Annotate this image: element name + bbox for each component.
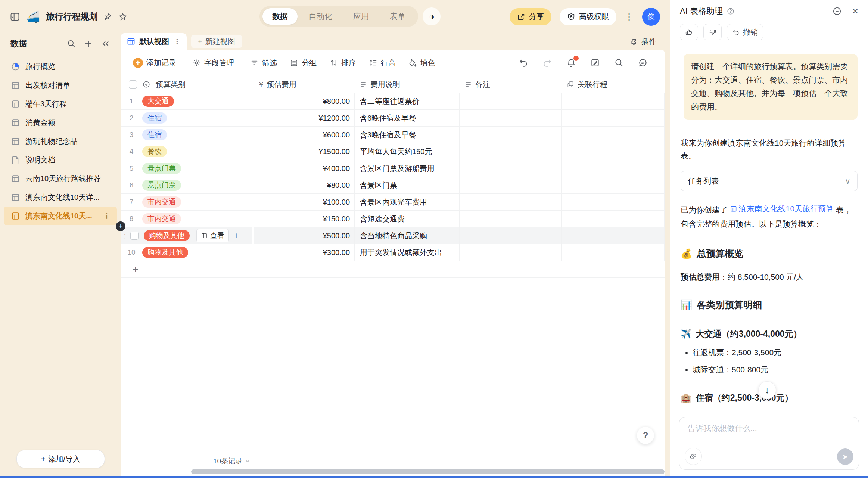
amount-cell[interactable]: ¥150.00 xyxy=(254,211,355,227)
amount-cell[interactable]: ¥80.00 xyxy=(254,177,355,193)
link-cell[interactable] xyxy=(562,194,665,210)
tab-forms[interactable]: 表单 xyxy=(380,8,415,25)
table-row-hovered[interactable]: ⋮⋮ 购物及其他 查看 + ¥500.00 含当地特色商 xyxy=(121,227,665,244)
help-button[interactable]: ? xyxy=(637,427,654,444)
amount-cell[interactable]: ¥500.00 xyxy=(254,227,355,244)
view-tab-default[interactable]: 默认视图 ⋮ xyxy=(121,33,187,50)
column-header-desc[interactable]: 费用说明 xyxy=(355,76,460,93)
new-chat-icon[interactable] xyxy=(832,6,842,16)
desc-cell[interactable]: 含当地特色商品采购 xyxy=(355,227,460,244)
thumbs-up-button[interactable] xyxy=(680,24,698,40)
link-cell[interactable] xyxy=(562,227,665,244)
desc-cell[interactable]: 含3晚住宿及早餐 xyxy=(355,127,460,143)
table-row[interactable]: 2住宿 ¥1200.00 含6晚住宿及早餐 xyxy=(121,110,665,127)
send-button[interactable]: ➤ xyxy=(837,448,853,465)
table-row[interactable]: 8市内交通 ¥150.00 含短途交通费 xyxy=(121,211,665,227)
category-tag[interactable]: 市内交通 xyxy=(142,196,181,208)
field-manage-button[interactable]: 字段管理 xyxy=(192,58,234,68)
help-circle-icon[interactable] xyxy=(727,7,735,15)
note-cell[interactable] xyxy=(460,211,562,227)
row-checkbox[interactable] xyxy=(130,232,139,240)
plugin-button[interactable]: 插件 xyxy=(630,33,656,50)
amount-cell[interactable]: ¥600.00 xyxy=(254,127,355,143)
note-cell[interactable] xyxy=(460,177,562,193)
attachment-button[interactable] xyxy=(685,448,702,465)
sidebar-item-spend[interactable]: 消费金额 xyxy=(4,113,117,132)
desc-cell[interactable]: 含二等座往返票价 xyxy=(355,93,460,109)
edit-icon[interactable] xyxy=(590,58,600,68)
sidebar-item-culture-budget-active[interactable]: 滇东南文化线10天... ⋮ xyxy=(4,207,117,225)
item-more-icon[interactable]: ⋮ xyxy=(103,211,110,220)
sidebar-item-culture-detail[interactable]: 滇东南文化线10天详... xyxy=(4,188,117,207)
column-header-amount[interactable]: ¥ 预估费用 xyxy=(254,76,355,93)
link-cell[interactable] xyxy=(562,127,665,143)
row-height-button[interactable]: 行高 xyxy=(369,58,396,68)
desc-cell[interactable]: 含景区门票 xyxy=(355,177,460,193)
chat-input-box[interactable]: 告诉我你想做什么... ➤ xyxy=(679,417,859,470)
add-row-button[interactable]: + xyxy=(121,261,665,278)
desc-cell[interactable]: 含景区内观光车费用 xyxy=(355,194,460,210)
category-tag[interactable]: 购物及其他 xyxy=(142,247,188,258)
note-cell[interactable] xyxy=(460,127,562,143)
horizontal-scrollbar[interactable] xyxy=(191,469,665,474)
collapse-sidebar-icon[interactable] xyxy=(101,39,110,48)
table-row[interactable]: 6景点门票 ¥80.00 含景区门票 xyxy=(121,177,665,194)
link-cell[interactable] xyxy=(562,160,665,177)
sort-button[interactable]: 排序 xyxy=(329,58,356,68)
amount-cell[interactable]: ¥1200.00 xyxy=(254,110,355,126)
undo-icon[interactable] xyxy=(519,58,528,68)
table-row[interactable]: 5景点门票 ¥400.00 含景区门票及游船费用 xyxy=(121,160,665,177)
sidebar-item-overview[interactable]: 旅行概览 xyxy=(4,57,117,76)
new-view-button[interactable]: + 新建视图 xyxy=(191,35,242,48)
redo-icon[interactable] xyxy=(542,58,552,68)
sidebar-item-checklist[interactable]: 出发核对清单 xyxy=(4,76,117,94)
sidebar-toggle-icon[interactable] xyxy=(10,12,20,22)
row-add-icon[interactable]: + xyxy=(233,230,239,242)
sidebar-item-yunnan-route[interactable]: 云南10天旅行路线推荐 xyxy=(4,169,117,188)
thumbs-down-button[interactable] xyxy=(703,24,722,40)
desc-cell[interactable]: 含6晚住宿及早餐 xyxy=(355,110,460,126)
filter-button[interactable]: 筛选 xyxy=(250,58,277,68)
close-icon[interactable]: × xyxy=(852,5,858,17)
add-table-icon[interactable] xyxy=(84,39,93,48)
drag-handle-icon[interactable]: ⋮⋮ xyxy=(122,233,128,238)
category-tag[interactable]: 大交通 xyxy=(142,96,174,107)
group-button[interactable]: 分组 xyxy=(290,58,317,68)
share-button[interactable]: 分享 xyxy=(510,8,551,25)
category-tag[interactable]: 市内交通 xyxy=(142,213,181,224)
category-tag[interactable]: 购物及其他 xyxy=(144,230,190,241)
add-record-button[interactable]: + 添加记录 xyxy=(133,58,176,68)
table-row[interactable]: 3住宿 ¥600.00 含3晚住宿及早餐 xyxy=(121,127,665,143)
note-cell[interactable] xyxy=(460,160,562,177)
table-row[interactable]: 7市内交通 ¥100.00 含景区内观光车费用 xyxy=(121,194,665,211)
star-icon[interactable] xyxy=(118,12,127,21)
advanced-permission-button[interactable]: 高级权限 xyxy=(560,8,616,25)
note-cell[interactable] xyxy=(460,194,562,210)
tab-apps[interactable]: 应用 xyxy=(343,8,379,25)
created-table-link[interactable]: 滇东南文化线10天旅行预算 xyxy=(730,202,834,216)
avatar[interactable]: 俊 xyxy=(642,8,660,26)
record-count[interactable]: 10条记录 xyxy=(213,456,242,466)
note-cell[interactable] xyxy=(460,227,562,244)
insert-row-button[interactable]: + xyxy=(116,221,125,231)
search-table-icon[interactable] xyxy=(614,58,624,68)
amount-cell[interactable]: ¥100.00 xyxy=(254,194,355,210)
link-cell[interactable] xyxy=(562,177,665,193)
table-row[interactable]: 10购物及其他 ¥300.00 用于突发情况或额外支出 xyxy=(121,244,665,261)
category-tag[interactable]: 景点门票 xyxy=(142,180,181,191)
notification-bell-icon[interactable] xyxy=(566,58,576,68)
expand-record-button[interactable]: 查看 xyxy=(196,229,229,242)
category-tag[interactable]: 景点门票 xyxy=(142,163,181,174)
link-cell[interactable] xyxy=(562,110,665,126)
column-header-link[interactable]: 关联行程 xyxy=(562,76,665,93)
table-row[interactable]: 4餐饮 ¥1500.00 平均每人每天约150元 xyxy=(121,143,665,160)
comment-icon[interactable] xyxy=(638,58,648,68)
scroll-to-bottom-button[interactable]: ↓ xyxy=(758,381,776,399)
pin-icon[interactable] xyxy=(103,12,112,21)
view-more-icon[interactable]: ⋮ xyxy=(174,37,181,46)
sidebar-item-doc[interactable]: 说明文档 xyxy=(4,150,117,169)
tab-data[interactable]: 数据 xyxy=(262,8,298,25)
category-tag[interactable]: 住宿 xyxy=(142,112,167,124)
amount-cell[interactable]: ¥800.00 xyxy=(254,93,355,109)
note-cell[interactable] xyxy=(460,244,562,261)
